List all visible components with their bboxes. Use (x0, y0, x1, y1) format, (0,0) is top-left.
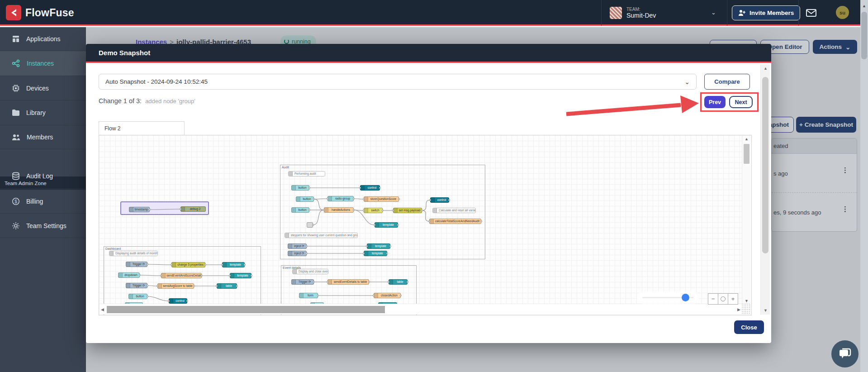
input-port[interactable] (388, 281, 389, 283)
output-port[interactable] (306, 245, 308, 247)
output-port[interactable] (306, 253, 308, 254)
invite-members-button[interactable]: Invite Members (732, 5, 800, 20)
flow-node-template[interactable]: template (367, 243, 390, 249)
input-port[interactable] (392, 210, 394, 211)
sidebar-item-applications[interactable]: Applications (0, 27, 86, 51)
output-port[interactable] (201, 275, 203, 277)
flow-canvas[interactable]: AuditDashboardEvent detailstimestampdebu… (99, 135, 752, 315)
sidebar-item-instances[interactable]: Instances (0, 51, 86, 76)
scroll-up-icon[interactable]: ▲ (764, 66, 768, 71)
input-port[interactable] (359, 187, 361, 189)
output-port[interactable] (317, 295, 319, 296)
sidebar-item-library[interactable]: Library (0, 100, 86, 125)
sidebar-item-billing[interactable]: $ Billing (0, 189, 86, 214)
sidebar-item-audit-log[interactable]: Audit Log (0, 163, 86, 189)
output-port[interactable] (353, 209, 355, 211)
flow-node-inject[interactable]: inject ⟳ (288, 243, 307, 249)
flow-node-display-and-close-events[interactable]: Display and close events (292, 269, 328, 274)
modal-scrollbar[interactable]: ▲ ▼ (760, 64, 770, 315)
flow-node-timestamp[interactable]: timestamp (129, 207, 150, 212)
flow-node-control[interactable]: control (360, 185, 380, 191)
output-port[interactable] (193, 285, 195, 287)
flow-node-template[interactable]: template (375, 222, 398, 228)
zoom-out-button[interactable]: − (708, 293, 718, 305)
flow-node-steppers-for-showing-user-current-question-and-group[interactable]: steppers for showing user current questi… (285, 233, 358, 238)
flow-node-form[interactable]: form (299, 293, 318, 298)
next-change-button[interactable]: Next (729, 96, 753, 108)
flow-node-a_link[interactable] (307, 222, 313, 228)
flow-node-sendeventdetails-to-table[interactable]: sendEventDetails to table (327, 279, 369, 285)
prev-change-button[interactable]: Prev (704, 96, 726, 108)
input-port[interactable] (221, 264, 223, 266)
input-port[interactable] (374, 224, 375, 226)
output-port[interactable] (308, 187, 310, 189)
output-port[interactable] (389, 245, 391, 247)
brand[interactable]: FlowFuse (6, 5, 74, 20)
input-port[interactable] (323, 209, 325, 211)
input-port[interactable] (168, 300, 170, 302)
input-port[interactable] (363, 253, 365, 254)
flow-node-displaying-audit-details-of-month[interactable]: Displaying audit details of month (109, 251, 158, 256)
snapshot-select[interactable]: Auto Snapshot - 2024-09-24 10:52:45 ⌄ (99, 74, 697, 90)
output-port[interactable] (368, 281, 370, 283)
flow-node-control[interactable]: control (430, 197, 449, 203)
input-port[interactable] (160, 275, 162, 277)
output-port[interactable] (149, 209, 151, 210)
slider-knob-icon[interactable] (682, 294, 689, 301)
flow-node-button[interactable]: button (291, 185, 309, 191)
flow-node-button[interactable]: button (296, 196, 314, 202)
output-port[interactable] (379, 187, 381, 189)
input-port[interactable] (327, 281, 328, 283)
flow-node-template[interactable]: template (222, 262, 245, 267)
flow-node-control[interactable]: control (169, 298, 187, 304)
output-port[interactable] (147, 296, 148, 297)
flow-node-trigger[interactable]: Trigger ⟳ (126, 283, 147, 288)
input-port[interactable] (216, 285, 218, 287)
output-port[interactable] (313, 198, 315, 200)
input-port[interactable] (180, 208, 181, 210)
output-port[interactable] (139, 274, 141, 276)
scroll-down-icon[interactable]: ▼ (764, 308, 768, 313)
output-port[interactable] (147, 285, 148, 286)
output-port[interactable] (400, 295, 402, 296)
zoom-in-button[interactable]: + (728, 293, 738, 305)
flow-node-table[interactable]: table (217, 283, 237, 289)
zoom-reset-button[interactable] (718, 293, 728, 305)
scroll-up-icon[interactable]: ▲ (745, 137, 749, 141)
page-scrollbar[interactable]: ▲ (860, 0, 868, 372)
scroll-up-icon[interactable]: ▲ (862, 4, 866, 8)
output-port[interactable] (204, 264, 206, 266)
flow-zoom-slider[interactable] (639, 293, 697, 302)
output-port[interactable] (448, 199, 450, 201)
flow-node-template[interactable]: template (230, 273, 251, 278)
flow-node-trigger[interactable]: Trigger ⟳ (291, 279, 314, 285)
input-port[interactable] (429, 199, 431, 201)
flow-node-dropdown[interactable]: dropdown (118, 272, 140, 278)
output-port[interactable] (251, 275, 252, 277)
output-port[interactable] (308, 209, 310, 211)
mail-icon[interactable] (806, 9, 816, 19)
flow-node-table[interactable]: table (389, 279, 408, 285)
input-port[interactable] (428, 220, 430, 222)
output-port[interactable] (312, 224, 314, 226)
flow-node-sendavgscore-to-table[interactable]: sendAvgScore to table (157, 283, 194, 289)
canvas-vertical-scrollbar[interactable]: ▲ ▼ (742, 136, 751, 304)
sidebar-item-devices[interactable]: Devices (0, 76, 86, 100)
chat-widget-button[interactable] (831, 340, 859, 367)
flow-node-closedaction[interactable]: closedAction (374, 293, 401, 298)
flow-node-debug-2[interactable]: debug 2 (180, 206, 206, 212)
flow-node-trigger[interactable]: Trigger ⟳ (126, 262, 147, 267)
sidebar-item-members[interactable]: Members (0, 125, 86, 149)
input-port[interactable] (366, 245, 368, 247)
input-port[interactable] (363, 210, 365, 211)
flow-node-inject[interactable]: inject ⟳ (288, 251, 307, 256)
tab-flow-2[interactable]: Flow 2 (99, 121, 185, 135)
flow-node-change-5-properties[interactable]: change 5 properties (171, 262, 205, 267)
flow-node-button[interactable]: button (291, 207, 309, 213)
input-port[interactable] (157, 285, 158, 287)
input-port[interactable] (171, 264, 172, 266)
flow-node-calculatetotalscoreandneedaudit[interactable]: calculateTotalScoreAndNeedAudit (429, 219, 481, 224)
close-modal-button[interactable]: Close (734, 320, 764, 334)
canvas-vertical-thumb[interactable] (744, 144, 749, 164)
output-port[interactable] (382, 210, 384, 211)
